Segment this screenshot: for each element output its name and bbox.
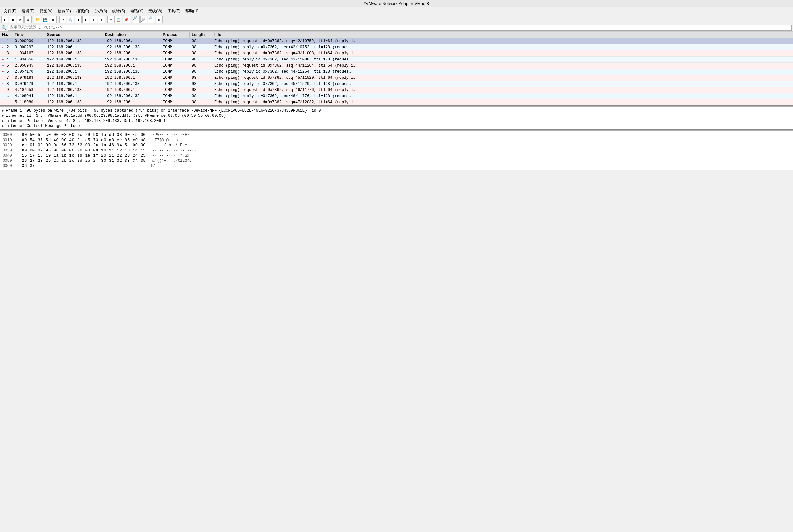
packet-list: No. Time Source Destination Protocol Len… — [0, 32, 793, 106]
detail-text: Internet Control Message Protocol — [6, 124, 82, 128]
row-time: 4.108044 — [13, 93, 45, 99]
hex-offset: 0020 — [3, 143, 16, 148]
detail-row[interactable]: ▶Internet Control Message Protocol — [0, 124, 793, 129]
row-info: Echo (ping) request id=0x7362, seq=43/11… — [212, 51, 793, 56]
row-length: 98 — [190, 99, 212, 105]
menu-item[interactable]: 跳转(G) — [55, 8, 73, 15]
detail-text: Ethernet II, Src: VMware_98:1a:dd (00:0c… — [6, 114, 226, 118]
detail-row[interactable]: ▶Internet Protocol Version 4, Src: 192.1… — [0, 118, 793, 124]
row-destination: 192.168.206.133 — [103, 57, 161, 62]
row-protocol: ICMP — [161, 44, 190, 50]
tb-cut[interactable]: ✂ — [108, 16, 115, 23]
hex-ascii: ·PV···· )·····E· — [152, 133, 189, 137]
row-protocol: ICMP — [161, 63, 190, 69]
table-row[interactable]: → 10.000000192.168.206.133192.168.206.1I… — [0, 38, 793, 44]
menu-item[interactable]: 工具(T) — [165, 8, 183, 15]
tb-open[interactable]: 📂 — [34, 16, 41, 23]
hex-bytes: 26 27 28 29 2a 2b 2c 2d 2e 2f 30 31 32 3… — [22, 158, 146, 163]
tb-capture-options[interactable]: ⊙ — [24, 16, 32, 23]
detail-row[interactable]: ▶Frame 1: 98 bytes on wire (784 bits), 9… — [0, 108, 793, 113]
menu-item[interactable]: 文件(F) — [1, 8, 19, 15]
row-length: 98 — [190, 38, 212, 44]
row-destination: 192.168.206.1 — [103, 87, 161, 93]
row-no: → 1 — [0, 38, 13, 44]
tb-down[interactable]: ⬇ — [98, 16, 105, 23]
hex-ascii: ·····fsb ·*·F·^·· — [152, 143, 191, 148]
tb-find[interactable]: 🔍 — [67, 16, 74, 23]
hex-row: 004016 17 18 19 1a 1b 1c 1d 1e 1f 20 21 … — [3, 153, 790, 158]
tb-copy[interactable]: 📋 — [115, 16, 122, 23]
menu-item[interactable]: 无线(W) — [146, 8, 165, 15]
hex-ascii: ·T7]@·@· ·s······ — [152, 138, 191, 142]
row-length: 98 — [190, 51, 212, 56]
table-row[interactable]: → 52.056945192.168.206.133192.168.206.1I… — [0, 63, 793, 69]
detail-pane: ▶Frame 1: 98 bytes on wire (784 bits), 9… — [0, 108, 793, 130]
hex-bytes: 00 50 56 c0 00 08 00 0c 29 98 1a dd 08 0… — [22, 133, 146, 137]
row-source: 192.168.206.133 — [45, 63, 103, 69]
expand-icon[interactable]: ▶ — [2, 109, 4, 113]
row-info: Echo (ping) request id=0x7362, seq=42/10… — [212, 38, 793, 44]
row-no: ← 2 — [0, 44, 13, 50]
expand-icon[interactable]: ▶ — [2, 119, 4, 123]
tb-mark[interactable]: 📌 — [123, 16, 130, 23]
row-info: Echo (ping) reply id=0x7362, seq=42/1075… — [212, 44, 793, 50]
row-destination: 192.168.206.1 — [103, 51, 161, 56]
col-protocol: Protocol — [161, 32, 190, 38]
table-row[interactable]: → 31.034167192.168.206.133192.168.206.1I… — [0, 51, 793, 57]
table-row[interactable]: ← 83.079479192.168.206.1192.168.206.133I… — [0, 81, 793, 87]
row-info: Echo (ping) reply id=0x7362, seq=45/1152… — [212, 81, 793, 87]
detail-row[interactable]: ▶Ethernet II, Src: VMware_98:1a:dd (00:0… — [0, 113, 793, 118]
tb-start[interactable]: ▶ — [1, 16, 8, 23]
menu-item[interactable]: 视图(V) — [37, 8, 55, 15]
row-protocol: ICMP — [161, 51, 190, 56]
table-row[interactable]: → 115.118980192.168.206.133192.168.206.1… — [0, 99, 793, 106]
filter-icon: 🔍 — [1, 25, 7, 30]
menu-item[interactable]: 编辑(E) — [19, 8, 37, 15]
row-info: Echo (ping) request id=0x7362, seq=45/11… — [212, 75, 793, 81]
row-info: Echo (ping) reply id=0x7362, seq=46/1177… — [212, 93, 793, 99]
tb-stop[interactable]: ◼ — [9, 16, 16, 23]
menu-item[interactable]: 捕获(C) — [74, 8, 92, 15]
hex-pane: 000000 50 56 c0 00 08 00 0c 29 98 1a dd … — [0, 131, 793, 170]
col-info: Info — [212, 32, 793, 38]
menu-item[interactable]: 电话(Y) — [128, 8, 146, 15]
tb-zoom-reset[interactable]: 🔎= — [148, 16, 155, 23]
tb-next[interactable]: ▶ — [82, 16, 90, 23]
row-source: 192.168.206.133 — [45, 99, 103, 105]
expand-icon[interactable]: ▶ — [2, 114, 4, 118]
hex-offset: 0000 — [3, 133, 16, 137]
row-destination: 192.168.206.133 — [103, 69, 161, 75]
row-protocol: ICMP — [161, 93, 190, 99]
table-row[interactable]: ← 104.108044192.168.206.1192.168.206.133… — [0, 93, 793, 99]
hex-offset: 0060 — [3, 164, 16, 168]
tb-close[interactable]: ✕ — [50, 16, 57, 23]
row-destination: 192.168.206.1 — [103, 63, 161, 69]
tb-prev[interactable]: ◀ — [75, 16, 82, 23]
tb-reload[interactable]: ↩ — [59, 16, 66, 23]
menu-item[interactable]: 帮助(H) — [183, 8, 201, 15]
row-length: 98 — [190, 81, 212, 87]
row-info: Echo (ping) request id=0x7362, seq=44/11… — [212, 63, 793, 69]
row-destination: 192.168.206.1 — [103, 99, 161, 105]
hex-bytes: 00 00 02 96 06 00 00 00 00 00 10 11 12 1… — [22, 148, 146, 153]
table-row[interactable]: ← 20.000297192.168.206.1192.168.206.133I… — [0, 44, 793, 51]
menu-item[interactable]: 分析(A) — [92, 8, 110, 15]
table-row[interactable]: → 73.079188192.168.206.133192.168.206.1I… — [0, 75, 793, 81]
row-source: 192.168.206.1 — [45, 57, 103, 62]
table-row[interactable]: ← 62.057170192.168.206.1192.168.206.133I… — [0, 69, 793, 75]
table-row[interactable]: → 94.107658192.168.206.133192.168.206.1I… — [0, 87, 793, 93]
tb-save[interactable]: 💾 — [42, 16, 49, 23]
expand-icon[interactable]: ▶ — [2, 124, 4, 128]
tb-zoom-out[interactable]: 🔎- — [140, 16, 147, 23]
tb-layout[interactable]: ⊞ — [156, 16, 163, 23]
row-time: 2.056945 — [13, 63, 45, 69]
tb-zoom-in[interactable]: 🔎+ — [133, 16, 139, 23]
filter-input[interactable] — [8, 25, 792, 31]
row-protocol: ICMP — [161, 57, 190, 62]
table-row[interactable]: ← 41.034556192.168.206.1192.168.206.133I… — [0, 57, 793, 63]
hex-bytes: 16 17 18 19 1a 1b 1c 1d 1e 1f 20 21 22 2… — [22, 153, 146, 158]
tb-up[interactable]: ⬆ — [90, 16, 97, 23]
row-length: 98 — [190, 63, 212, 69]
menu-item[interactable]: 统计(S) — [110, 8, 128, 15]
tb-restart[interactable]: ↺ — [17, 16, 24, 23]
